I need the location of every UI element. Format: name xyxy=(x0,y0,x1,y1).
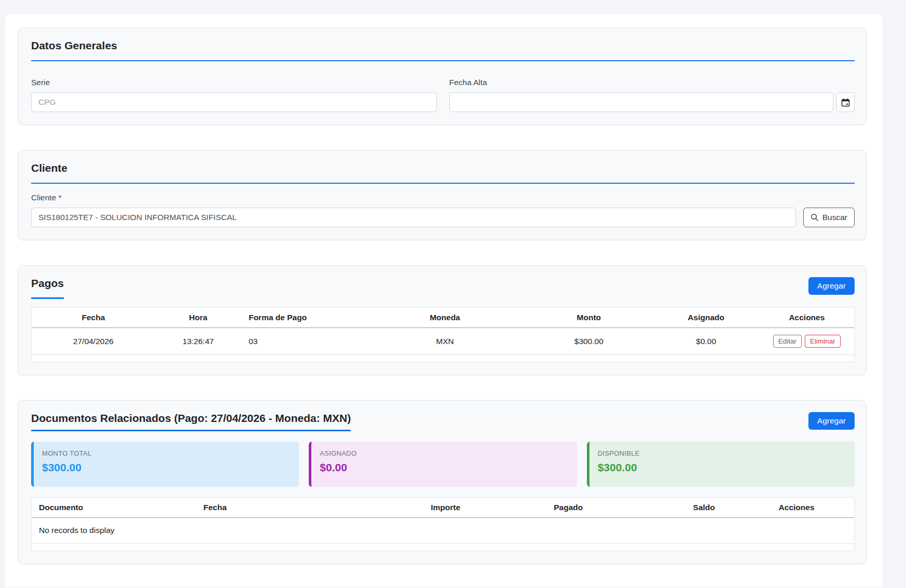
column-header-fecha: Fecha xyxy=(32,308,155,328)
pagos-title: Pagos xyxy=(31,277,64,299)
column-header-fecha: Fecha xyxy=(196,498,340,518)
disponible-label: DISPONIBLE xyxy=(598,449,846,457)
pagos-table-row: 27/04/2026 13:26:47 03 MXN $300.00 $0.00… xyxy=(32,328,854,355)
cell-forma-de-pago: 03 xyxy=(241,328,365,355)
asignado-label: ASIGNADO xyxy=(320,449,568,457)
eliminar-button[interactable]: Eliminar xyxy=(805,335,841,348)
main-container: Datos Generales Serie Fecha Alta xyxy=(4,13,883,588)
calendar-button[interactable] xyxy=(836,92,855,112)
search-icon xyxy=(811,213,819,222)
section-cliente: Cliente Cliente * Buscar xyxy=(18,150,867,240)
column-header-importe: Importe xyxy=(340,498,468,518)
cell-hora: 13:26:47 xyxy=(155,328,241,355)
cliente-input[interactable] xyxy=(31,208,796,227)
section-datos-generales: Datos Generales Serie Fecha Alta xyxy=(18,28,867,125)
buscar-label: Buscar xyxy=(822,213,847,222)
pagos-table: Fecha Hora Forma de Pago Moneda Monto As… xyxy=(31,307,855,362)
documentos-title: Documentos Relacionados (Pago: 27/04/202… xyxy=(31,412,351,431)
cliente-title: Cliente xyxy=(31,162,855,184)
pagos-header-row: Fecha Hora Forma de Pago Moneda Monto As… xyxy=(32,308,854,328)
documentos-header-row: Documento Fecha Importe Pagado Saldo Acc… xyxy=(32,498,854,518)
cliente-label: Cliente * xyxy=(31,193,855,202)
asignado-value: $0.00 xyxy=(320,461,568,474)
monto-total-value: $300.00 xyxy=(42,461,291,474)
editar-button[interactable]: Editar xyxy=(773,335,802,348)
pagos-agregar-button[interactable]: Agregar xyxy=(808,277,855,295)
cell-fecha: 27/04/2026 xyxy=(32,328,155,355)
section-pagos: Pagos Agregar Fecha Hora Forma de Pago M… xyxy=(18,265,867,375)
calendar-icon xyxy=(841,98,850,107)
column-header-acciones: Acciones xyxy=(739,498,854,518)
serie-label: Serie xyxy=(31,78,437,87)
column-header-saldo: Saldo xyxy=(669,498,739,518)
serie-input[interactable] xyxy=(31,92,437,112)
monto-total-label: MONTO TOTAL xyxy=(42,449,291,457)
documentos-agregar-button[interactable]: Agregar xyxy=(808,412,855,430)
summary-card-asignado: ASIGNADO $0.00 xyxy=(309,442,576,487)
fecha-alta-input[interactable] xyxy=(449,92,834,112)
column-header-hora: Hora xyxy=(155,308,241,328)
summary-card-monto-total: MONTO TOTAL $300.00 xyxy=(31,442,299,487)
documentos-table: Documento Fecha Importe Pagado Saldo Acc… xyxy=(31,497,855,551)
cell-moneda: MXN xyxy=(365,328,525,355)
column-header-forma-de-pago: Forma de Pago xyxy=(241,308,365,328)
disponible-value: $300.00 xyxy=(598,461,846,474)
column-header-asignado: Asignado xyxy=(653,308,760,328)
cell-monto: $300.00 xyxy=(525,328,653,355)
fecha-alta-label: Fecha Alta xyxy=(449,78,855,87)
fecha-alta-field-group: Fecha Alta xyxy=(449,71,855,112)
buscar-button[interactable]: Buscar xyxy=(803,208,855,227)
section-documentos-relacionados: Documentos Relacionados (Pago: 27/04/202… xyxy=(18,400,867,564)
no-records-text: No records to display xyxy=(32,518,854,544)
column-header-moneda: Moneda xyxy=(365,308,525,328)
serie-field-group: Serie xyxy=(31,71,437,112)
column-header-pagado: Pagado xyxy=(468,498,669,518)
documentos-empty-row: No records to display xyxy=(32,518,854,544)
summary-card-disponible: DISPONIBLE $300.00 xyxy=(587,442,855,487)
page-background: { "colors": { "accent_blue": "#1372f0", … xyxy=(0,0,906,588)
cell-asignado: $0.00 xyxy=(653,328,760,355)
column-header-acciones: Acciones xyxy=(760,308,854,328)
column-header-documento: Documento xyxy=(32,498,196,518)
column-header-monto: Monto xyxy=(525,308,653,328)
datos-generales-title: Datos Generales xyxy=(31,39,855,61)
